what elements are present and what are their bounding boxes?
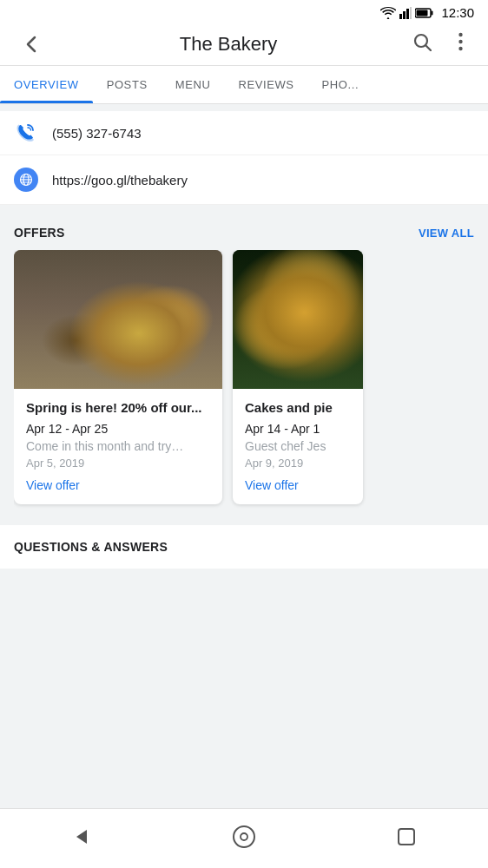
signal-icon [399, 7, 412, 19]
view-offer-button-1[interactable]: View offer [26, 478, 210, 492]
nav-recents-button[interactable] [389, 819, 424, 854]
battery-icon [415, 8, 434, 18]
status-bar: 12:30 [0, 0, 488, 23]
offers-title: OFFERS [14, 226, 65, 240]
phone-number: (555) 327-6743 [52, 126, 142, 141]
offer-posted-2: Apr 9, 2019 [245, 457, 351, 470]
svg-point-18 [234, 826, 254, 847]
offer-title-1: Spring is here! 20% off our... [26, 399, 210, 417]
info-section: (555) 327-6743 https://goo.gl/thebakery [0, 111, 488, 205]
tab-bar: OVERVIEW POSTS MENU REVIEWS PHO... [0, 66, 488, 104]
nav-back-button[interactable] [64, 819, 99, 854]
back-button[interactable] [14, 36, 49, 53]
status-icons: 12:30 [380, 5, 474, 20]
svg-point-11 [458, 47, 462, 50]
offer-desc-1: Come in this month and try… [26, 439, 210, 453]
page-title: The Bakery [49, 33, 408, 56]
header-actions [408, 32, 474, 56]
svg-rect-20 [399, 829, 414, 845]
offer-card-2: Cakes and pie Apr 14 - Apr 1 Guest chef … [233, 250, 363, 504]
bottom-nav [0, 808, 488, 868]
offer-desc-2: Guest chef Jes [245, 439, 351, 453]
svg-point-19 [241, 833, 247, 840]
svg-rect-5 [432, 10, 433, 15]
offer-title-2: Cakes and pie [245, 399, 351, 417]
offer-posted-1: Apr 5, 2019 [26, 457, 210, 470]
phone-icon [14, 123, 38, 142]
search-button[interactable] [408, 32, 436, 56]
phone-row[interactable]: (555) 327-6743 [0, 111, 488, 155]
svg-point-9 [458, 33, 462, 36]
offer-dates-1: Apr 12 - Apr 25 [26, 422, 210, 436]
offer-image-1 [14, 250, 222, 389]
tab-reviews[interactable]: REVIEWS [224, 66, 307, 103]
qa-section: QUESTIONS & ANSWERS [0, 525, 488, 569]
view-offer-button-2[interactable]: View offer [245, 478, 351, 492]
offer-dates-2: Apr 14 - Apr 1 [245, 422, 351, 436]
offers-section: OFFERS VIEW ALL Spring is here! 20% off … [0, 212, 488, 518]
svg-rect-6 [417, 10, 428, 16]
tab-menu[interactable]: MENU [162, 66, 225, 103]
svg-rect-3 [410, 7, 412, 19]
offer-image-2 [233, 250, 363, 389]
svg-point-10 [458, 40, 462, 43]
tab-photos[interactable]: PHO... [308, 66, 373, 103]
svg-rect-0 [399, 14, 402, 19]
globe-icon [14, 168, 38, 192]
svg-rect-2 [406, 9, 409, 19]
top-bar: The Bakery [0, 23, 488, 66]
svg-line-8 [425, 45, 431, 50]
qa-title: QUESTIONS & ANSWERS [14, 540, 168, 554]
offer-body-2: Cakes and pie Apr 14 - Apr 1 Guest chef … [233, 389, 363, 504]
offer-card-1: Spring is here! 20% off our... Apr 12 - … [14, 250, 222, 504]
svg-rect-1 [403, 11, 406, 19]
tab-overview[interactable]: OVERVIEW [0, 66, 93, 103]
offers-row: Spring is here! 20% off our... Apr 12 - … [14, 250, 474, 518]
offer-body-1: Spring is here! 20% off our... Apr 12 - … [14, 389, 222, 504]
status-time: 12:30 [441, 5, 474, 20]
website-row[interactable]: https://goo.gl/thebakery [0, 155, 488, 205]
nav-home-button[interactable] [227, 819, 261, 854]
tab-posts[interactable]: POSTS [93, 66, 162, 103]
more-options-button[interactable] [446, 32, 474, 56]
svg-marker-17 [76, 830, 87, 844]
offers-header: OFFERS VIEW ALL [14, 226, 474, 240]
website-url: https://goo.gl/thebakery [52, 173, 188, 187]
wifi-icon [380, 7, 396, 19]
view-all-button[interactable]: VIEW ALL [419, 227, 474, 240]
